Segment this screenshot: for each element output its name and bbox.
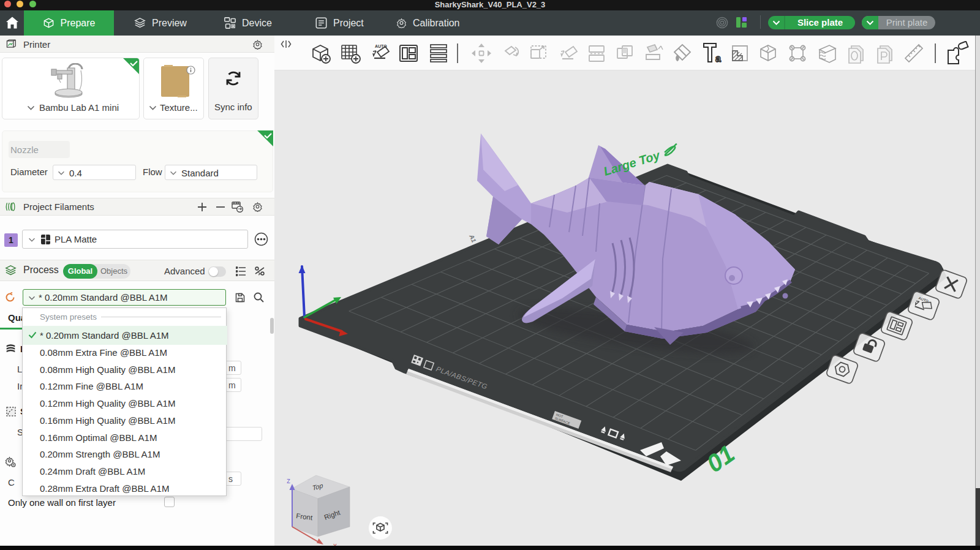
svg-text:a: a [715, 53, 721, 64]
svg-text:A1: A1 [468, 233, 478, 243]
svg-text:AUTO: AUTO [375, 44, 387, 48]
svg-text:x: x [333, 541, 337, 546]
svg-text:z: z [287, 477, 290, 485]
